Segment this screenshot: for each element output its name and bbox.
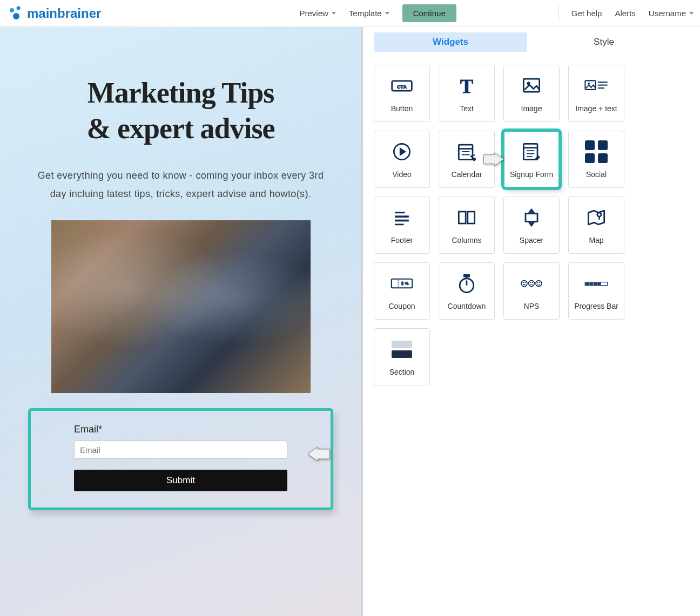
svg-rect-44 <box>464 275 470 277</box>
widget-progress-bar[interactable]: Progress Bar <box>568 262 624 320</box>
brand-mark-icon <box>9 6 24 21</box>
widget-label: Signup Form <box>510 170 553 179</box>
alerts-link[interactable]: Alerts <box>615 9 635 18</box>
widget-label: Button <box>391 104 413 113</box>
progress-bar-icon <box>584 272 608 295</box>
widget-video[interactable]: Video <box>374 131 430 188</box>
widget-grid: CTAButtonTTextImageImage + textVideoCale… <box>374 65 681 385</box>
svg-rect-35 <box>526 214 537 222</box>
widget-social[interactable]: Social <box>568 131 624 188</box>
widget-image-text[interactable]: Image + text <box>568 65 624 122</box>
svg-point-54 <box>537 282 539 283</box>
svg-rect-59 <box>594 283 597 285</box>
svg-point-37 <box>597 213 601 216</box>
widget-label: Image + text <box>575 104 617 113</box>
svg-rect-58 <box>590 283 593 285</box>
social-icon <box>585 140 608 164</box>
widget-coupon[interactable]: $ %Coupon <box>374 262 430 320</box>
svg-point-55 <box>539 282 540 283</box>
widget-label: Video <box>392 170 412 179</box>
image-icon <box>520 74 543 98</box>
widget-label: Spacer <box>520 236 543 245</box>
brand-name: mainbrainer <box>27 6 101 21</box>
svg-marker-26 <box>535 155 540 160</box>
calendar-icon <box>455 140 479 164</box>
get-help-link[interactable]: Get help <box>571 9 602 18</box>
widget-button[interactable]: CTAButton <box>374 65 430 122</box>
button-icon: CTA <box>390 74 414 98</box>
widget-label: Section <box>389 368 415 376</box>
signup-form-widget[interactable]: Email* Submit <box>28 408 333 510</box>
svg-marker-15 <box>400 148 406 156</box>
svg-rect-33 <box>468 212 475 224</box>
svg-point-10 <box>588 83 590 84</box>
hero-title-line1: Marketing Tips <box>88 77 274 109</box>
tab-widgets[interactable]: Widgets <box>374 32 527 52</box>
template-label: Template <box>349 9 382 18</box>
svg-rect-60 <box>597 283 601 285</box>
preview-dropdown[interactable]: Preview <box>299 9 335 18</box>
username-dropdown[interactable]: Username <box>649 9 694 18</box>
widget-label: Map <box>589 236 603 245</box>
widget-label: Text <box>460 104 474 113</box>
widget-calendar[interactable]: Calendar <box>439 131 495 188</box>
chevron-down-icon <box>689 12 694 15</box>
chevron-down-icon <box>385 12 389 15</box>
hero-title[interactable]: Marketing Tips & expert advise <box>28 76 333 147</box>
svg-point-47 <box>523 282 524 283</box>
section-icon <box>392 337 412 361</box>
svg-text:$ %: $ % <box>401 281 409 286</box>
countdown-icon <box>455 272 479 295</box>
hero-subtitle[interactable]: Get everything you need to know - coming… <box>28 166 333 203</box>
columns-icon <box>455 206 479 229</box>
widget-nps[interactable]: NPS <box>503 262 560 320</box>
svg-point-49 <box>529 281 535 287</box>
svg-point-2 <box>13 13 19 19</box>
email-field[interactable] <box>74 441 287 459</box>
image-text-icon <box>584 74 608 98</box>
text-icon: T <box>455 74 479 98</box>
widget-label: NPS <box>524 302 540 310</box>
continue-button[interactable]: Continue <box>402 4 456 22</box>
username-label: Username <box>649 9 686 18</box>
hero-title-line2: & expert advise <box>87 112 275 145</box>
template-dropdown[interactable]: Template <box>349 9 389 18</box>
svg-rect-21 <box>523 144 537 159</box>
widget-map[interactable]: Map <box>568 197 624 254</box>
signup-form-icon <box>520 140 543 164</box>
chevron-down-icon <box>332 12 336 15</box>
widget-text[interactable]: TText <box>439 65 495 122</box>
tab-style[interactable]: Style <box>527 32 681 52</box>
widget-columns[interactable]: Columns <box>439 197 495 254</box>
top-bar: mainbrainer Preview Template Continue Ge… <box>0 0 700 27</box>
topbar-right: Get help Alerts Username <box>558 5 694 22</box>
map-icon <box>584 206 608 229</box>
widget-label: Calendar <box>452 170 482 179</box>
right-panel: Widgets Style CTAButtonTTextImageImage +… <box>363 27 700 616</box>
coupon-icon: $ % <box>390 272 414 295</box>
widget-label: Coupon <box>388 302 415 310</box>
svg-point-0 <box>10 8 14 12</box>
widget-signup-form[interactable]: Signup Form <box>503 131 560 188</box>
widget-countdown[interactable]: Countdown <box>439 262 495 320</box>
topbar-center: Preview Template Continue <box>299 4 456 22</box>
editor-canvas[interactable]: Marketing Tips & expert advise Get every… <box>0 27 363 616</box>
video-icon <box>390 140 414 164</box>
svg-point-48 <box>525 282 526 283</box>
svg-rect-32 <box>459 212 466 224</box>
hero-image[interactable] <box>51 220 311 393</box>
svg-point-1 <box>17 6 21 10</box>
widget-spacer[interactable]: Spacer <box>503 197 560 254</box>
svg-rect-57 <box>585 283 589 285</box>
submit-button[interactable]: Submit <box>74 470 287 491</box>
widget-image[interactable]: Image <box>503 65 560 122</box>
widget-label: Social <box>586 170 607 179</box>
svg-point-51 <box>532 282 533 283</box>
svg-point-53 <box>536 281 542 287</box>
svg-marker-34 <box>529 209 535 213</box>
svg-text:CTA: CTA <box>397 84 407 90</box>
widget-footer[interactable]: Footer <box>374 197 430 254</box>
brand-logo[interactable]: mainbrainer <box>9 6 101 21</box>
widget-section[interactable]: Section <box>374 328 430 385</box>
divider <box>558 5 558 22</box>
